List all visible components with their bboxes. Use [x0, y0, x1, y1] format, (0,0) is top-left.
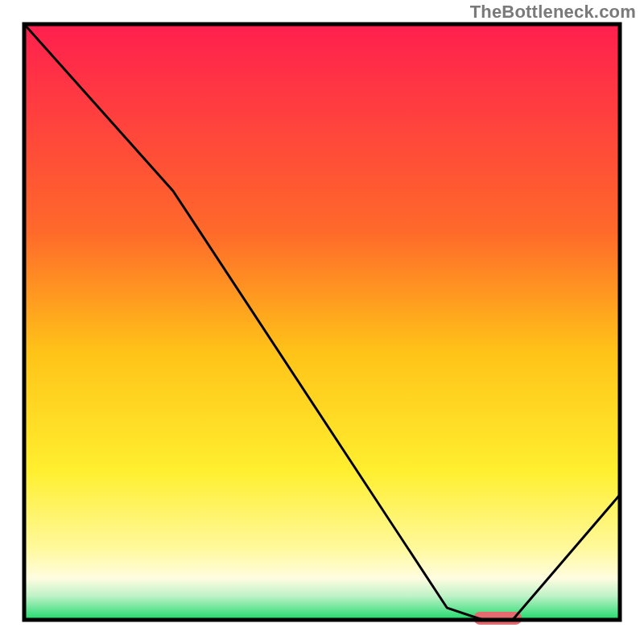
- bottleneck-chart: [0, 0, 644, 644]
- watermark-text: TheBottleneck.com: [470, 2, 636, 23]
- chart-background: [24, 24, 620, 620]
- chart-container: TheBottleneck.com: [0, 0, 644, 644]
